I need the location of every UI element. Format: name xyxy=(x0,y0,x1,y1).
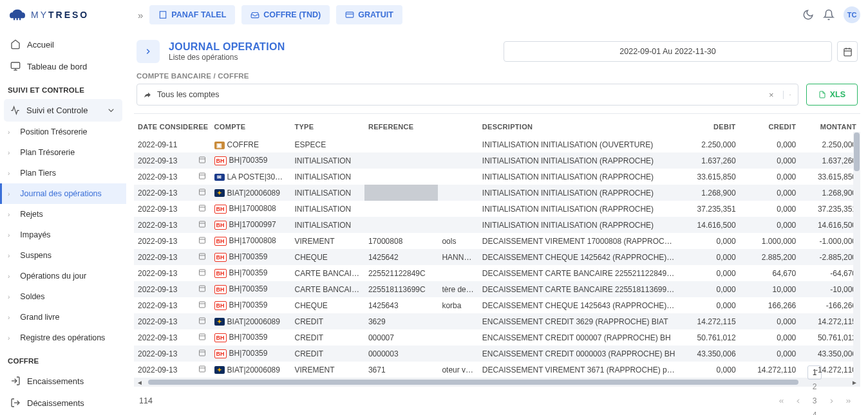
user-avatar[interactable]: TC xyxy=(844,6,860,23)
pager-page-4[interactable]: 4 xyxy=(807,408,822,415)
table-header-row: DATE CONSIDEREE COMPTE TYPE REFERENCE DE… xyxy=(134,114,860,137)
sidebar-sub-rejets[interactable]: ›Rejets xyxy=(0,204,126,225)
date-range-input[interactable]: 2022-09-01 Au 2022-11-30 xyxy=(504,41,832,62)
total-count: 114 xyxy=(139,396,153,405)
sidebar-item-accueil[interactable]: Accueil xyxy=(0,33,126,55)
table-row[interactable]: 2022-09-13BHBH|17000808VIREMENT17000808o… xyxy=(134,233,860,249)
svg-rect-0 xyxy=(14,16,15,20)
svg-rect-26 xyxy=(199,205,205,211)
page-title: JOURNAL OPERATION xyxy=(169,41,285,53)
brand-text: MYTRESO xyxy=(31,10,89,20)
svg-rect-1 xyxy=(17,15,18,21)
svg-rect-46 xyxy=(199,366,205,372)
sidebar-group-suivi[interactable]: Suivi et Controle xyxy=(4,99,122,122)
horizontal-scrollbar[interactable]: ◄ ► xyxy=(134,378,860,387)
col-montant[interactable]: MONTANT xyxy=(800,114,860,137)
table-row[interactable]: 2022-09-13BHBH|700359CHEQUE1425642HANNA.… xyxy=(134,249,860,265)
top-button-gratuit[interactable]: GRATUIT xyxy=(336,5,402,24)
page-subtitle: Liste des opérations xyxy=(169,53,285,62)
sidebar-sub-plan-tiers[interactable]: ›Plan Tiers xyxy=(0,163,126,183)
svg-rect-36 xyxy=(199,286,205,291)
sidebar-sub-plan-tr-sorerie[interactable]: ›Plan Trésorerie xyxy=(0,142,126,163)
table-row[interactable]: 2022-09-13BHBH|700359CREDIT000007ENCAISS… xyxy=(134,329,860,346)
sidebar-section-suivi: SUIVI ET CONTROLE xyxy=(0,77,126,99)
svg-rect-10 xyxy=(11,62,19,68)
chevron-down-icon xyxy=(106,106,116,115)
table-row[interactable]: 2022-09-13BHBH|700359CHEQUE1425643korbaD… xyxy=(134,297,860,313)
bell-icon[interactable] xyxy=(823,9,835,21)
pager-first[interactable] xyxy=(774,394,788,408)
table-row[interactable]: 2022-09-13✦BIAT|20006089INITIALISATIONIN… xyxy=(134,185,860,201)
logo-icon xyxy=(8,7,27,23)
sidebar-sub-suspens[interactable]: ›Suspens xyxy=(0,245,126,266)
svg-rect-8 xyxy=(346,12,354,17)
table-row[interactable]: 2022-09-13✦BIAT|20006089CREDIT3629ENCAIS… xyxy=(134,313,860,329)
share-icon xyxy=(144,91,152,99)
clear-filter-icon[interactable]: × xyxy=(765,90,778,100)
col-date[interactable]: DATE CONSIDEREE xyxy=(134,114,194,137)
table-row[interactable]: 2022-09-13BHBH|17000997INITIALISATIONINI… xyxy=(134,217,860,233)
top-button-coffre-tnd-[interactable]: COFFRE (TND) xyxy=(241,5,330,24)
sidebar-sub-grand-livre[interactable]: ›Grand livre xyxy=(0,307,126,327)
table-row[interactable]: 2022-09-13BHBH|17000808INITIALISATIONINI… xyxy=(134,201,860,217)
account-filter-value: Tous les comptes xyxy=(157,90,220,99)
col-reference[interactable]: REFERENCE xyxy=(364,114,438,137)
svg-rect-16 xyxy=(844,48,851,55)
svg-rect-44 xyxy=(199,350,205,356)
export-xls-button[interactable]: XLS xyxy=(806,84,858,106)
table-row[interactable]: 2022-09-13BHBH|700359CARTE BANCAIRE22552… xyxy=(134,265,860,281)
svg-rect-20 xyxy=(199,157,205,163)
svg-rect-2 xyxy=(19,17,21,21)
svg-rect-28 xyxy=(199,221,205,227)
col-compte[interactable]: COMPTE xyxy=(211,114,291,137)
table-row[interactable]: 2022-09-11▣COFFREESPECEINITIALISATION IN… xyxy=(134,137,860,152)
table-row[interactable]: 2022-09-13BHBH|700359CARTE BANCAIRE22551… xyxy=(134,281,860,297)
file-icon xyxy=(818,91,826,98)
calendar-button[interactable] xyxy=(837,41,858,62)
svg-rect-24 xyxy=(199,189,205,195)
sidebar-sub-position-tr-sorerie[interactable]: ›Position Trésorerie xyxy=(0,122,126,142)
pager-last[interactable] xyxy=(841,394,855,408)
svg-rect-42 xyxy=(199,334,205,340)
sidebar-sub-soldes[interactable]: ›Soldes xyxy=(0,286,126,307)
sidebar-sub-journal-des-op-rations[interactable]: ›Journal des opérations xyxy=(0,183,126,204)
page-icon[interactable] xyxy=(137,40,160,63)
pager-next[interactable] xyxy=(824,394,838,408)
scroll-left-icon[interactable]: ◄ xyxy=(135,379,144,386)
svg-rect-38 xyxy=(199,302,205,308)
sidebar-section-coffre: COFFRE xyxy=(0,348,126,370)
chevron-down-icon[interactable] xyxy=(783,91,791,99)
sidebar-sub-registre-des-op-rations[interactable]: ›Registre des opérations xyxy=(0,327,126,348)
table-row[interactable]: 2022-09-13✉LA POSTE|30110865INITIALISATI… xyxy=(134,169,860,185)
svg-rect-34 xyxy=(199,270,205,275)
top-button-panaf-talel[interactable]: PANAF TALEL xyxy=(149,5,235,24)
pager-page-3[interactable]: 3 xyxy=(807,394,822,408)
svg-rect-22 xyxy=(199,173,205,179)
col-description[interactable]: DESCRIPTION xyxy=(478,114,679,137)
pager-prev[interactable] xyxy=(791,394,805,408)
sidebar-sub-impay-s[interactable]: ›Impayés xyxy=(0,225,126,245)
col-debit[interactable]: DEBIT xyxy=(679,114,740,137)
svg-rect-40 xyxy=(199,318,205,324)
app-logo: MYTRESO xyxy=(8,7,134,23)
sidebar-item-tableau-de-bord[interactable]: Tableau de bord xyxy=(0,55,126,77)
vertical-scrollbar[interactable] xyxy=(853,132,860,378)
table-row[interactable]: 2022-09-13✦BIAT|20006089VIREMENT3671oteu… xyxy=(134,362,860,378)
sidebar-item-encaissements[interactable]: Encaissements xyxy=(0,370,126,392)
col-type[interactable]: TYPE xyxy=(290,114,364,137)
pager-page-2[interactable]: 2 xyxy=(807,380,822,394)
table-row[interactable]: 2022-09-13BHBH|700359INITIALISATIONINITI… xyxy=(134,152,860,169)
table-row[interactable]: 2022-09-13BHBH|700359CREDIT0000003ENCAIS… xyxy=(134,346,860,362)
filter-label: COMPTE BANCAIRE / COFFRE xyxy=(134,72,860,84)
theme-icon[interactable] xyxy=(802,9,814,21)
svg-rect-32 xyxy=(199,254,205,259)
sidebar-sub-op-rations-du-jour[interactable]: ›Opérations du jour xyxy=(0,266,126,286)
activity-icon xyxy=(10,106,20,115)
col-credit[interactable]: CREDIT xyxy=(740,114,800,137)
account-filter-combo[interactable]: Tous les comptes × xyxy=(137,84,798,106)
sidebar-item-décaissements[interactable]: Décaissements xyxy=(0,392,126,414)
svg-rect-30 xyxy=(199,237,205,243)
sidebar-collapse-icon[interactable]: » xyxy=(134,10,147,21)
svg-rect-3 xyxy=(160,12,166,19)
sidebar: AccueilTableau de bord SUIVI ET CONTROLE… xyxy=(0,30,126,415)
